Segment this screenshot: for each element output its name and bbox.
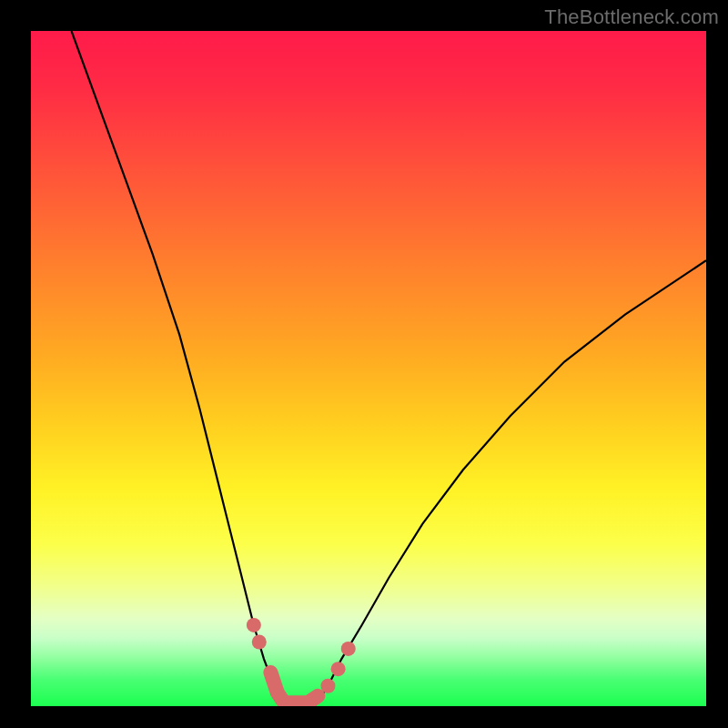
right-dot-1	[320, 679, 335, 693]
plot-area	[31, 31, 706, 706]
valley-marker-bar	[270, 672, 318, 703]
chart-frame: TheBottleneck.com	[0, 0, 728, 728]
right-curve	[315, 260, 706, 706]
left-dot-upper	[247, 618, 261, 632]
watermark-text: TheBottleneck.com	[544, 5, 719, 29]
left-curve	[72, 31, 285, 706]
chart-svg	[31, 31, 706, 706]
left-dot-lower	[252, 635, 267, 650]
right-dot-3	[341, 642, 356, 656]
right-dot-2	[331, 662, 346, 676]
